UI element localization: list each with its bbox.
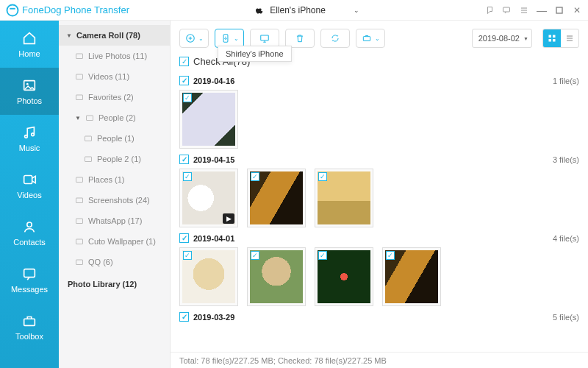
- photo-thumb[interactable]: ✓: [382, 247, 441, 306]
- rail-photos[interactable]: Photos: [0, 68, 59, 115]
- thumb-checkbox[interactable]: ✓: [183, 172, 192, 181]
- feedback-icon[interactable]: [484, 5, 494, 15]
- thumb-checkbox[interactable]: ✓: [251, 251, 259, 260]
- more-tools-button[interactable]: ⌄: [356, 29, 385, 48]
- svg-rect-15: [85, 136, 92, 141]
- tree-item-videos[interactable]: Videos (11): [59, 66, 170, 87]
- toolbox-icon: [21, 313, 37, 329]
- svg-rect-21: [76, 260, 83, 265]
- tree-item-people2[interactable]: People 2 (1): [59, 149, 170, 169]
- logo-icon: [6, 4, 19, 17]
- svg-rect-29: [553, 39, 556, 42]
- group-header[interactable]: ✓2019-04-153 file(s): [179, 155, 579, 164]
- group-date: 2019-04-16: [193, 77, 234, 85]
- thumb-checkbox[interactable]: ✓: [183, 93, 192, 102]
- folder-icon: [84, 155, 93, 163]
- photo-thumb[interactable]: ✓: [179, 90, 238, 149]
- rail-toolbox[interactable]: Toolbox: [0, 303, 59, 350]
- date-filter-value: 2019-08-02: [478, 34, 520, 43]
- group-header[interactable]: ✓2019-04-014 file(s): [179, 233, 579, 243]
- rail-videos[interactable]: Videos: [0, 162, 59, 209]
- rail-contacts[interactable]: Contacts: [0, 209, 59, 256]
- photo-thumb[interactable]: ✓▶: [179, 169, 238, 227]
- photo-thumb[interactable]: ✓: [315, 247, 373, 306]
- tree-item-live[interactable]: Live Photos (11): [59, 46, 170, 66]
- folder-icon: [75, 196, 84, 205]
- folder-icon: [75, 52, 84, 60]
- tree-photo-library[interactable]: Photo Library (12): [59, 272, 170, 296]
- group-checkbox[interactable]: ✓: [179, 312, 189, 322]
- svg-rect-20: [76, 239, 83, 244]
- thumb-checkbox[interactable]: ✓: [251, 172, 259, 181]
- group-checkbox[interactable]: ✓: [179, 155, 189, 164]
- thumb-checkbox[interactable]: ✓: [183, 251, 192, 260]
- rail-home[interactable]: Home: [0, 21, 59, 68]
- videos-icon: [21, 171, 37, 188]
- messages-icon: [21, 266, 37, 282]
- footer-text: Total: 78 file(s)/227.25 MB; Checked: 78…: [179, 356, 387, 365]
- tree-item-label: People 2 (1): [97, 155, 141, 163]
- view-toggle: [542, 29, 579, 48]
- tree-item-label: QQ (6): [88, 258, 113, 266]
- date-filter[interactable]: 2019-08-02: [472, 29, 532, 48]
- rail-label: Home: [18, 49, 40, 58]
- photo-thumb[interactable]: ✓: [179, 247, 238, 306]
- photos-icon: [21, 77, 37, 93]
- svg-rect-10: [24, 319, 35, 325]
- tree-item-cuto[interactable]: Cuto Wallpaper (1): [59, 231, 170, 252]
- thumb-checkbox[interactable]: ✓: [318, 251, 327, 260]
- group-filecount: 1 file(s): [553, 77, 579, 85]
- add-button[interactable]: ⌄: [179, 29, 209, 48]
- photo-thumb[interactable]: ✓: [247, 247, 306, 306]
- rail-music[interactable]: Music: [0, 115, 59, 162]
- svg-rect-24: [261, 35, 269, 40]
- app-title-text: FoneDog Phone Transfer: [22, 4, 129, 15]
- home-icon: [21, 30, 37, 46]
- svg-rect-25: [363, 37, 370, 41]
- group-header[interactable]: ✓2019-04-161 file(s): [179, 76, 579, 85]
- photo-thumb[interactable]: ✓: [247, 169, 306, 227]
- tree-item-label: Live Photos (11): [88, 52, 147, 60]
- chat-icon[interactable]: [501, 5, 512, 15]
- group-checkbox[interactable]: ✓: [179, 233, 189, 243]
- folder-icon: [75, 258, 84, 266]
- maximize-icon[interactable]: [554, 5, 564, 15]
- tree-camera-roll[interactable]: ▼ Camera Roll (78): [59, 25, 170, 46]
- svg-rect-14: [87, 116, 93, 121]
- rail-messages[interactable]: Messages: [0, 256, 59, 303]
- tree-item-people[interactable]: ▼People (2): [59, 107, 170, 128]
- tree-root-label: Camera Roll (78): [76, 31, 140, 40]
- thumb-checkbox[interactable]: ✓: [318, 172, 327, 181]
- svg-point-0: [7, 4, 18, 15]
- tree-item-screenshots[interactable]: Screenshots (24): [59, 190, 170, 210]
- toolbar: ⌄ ⌄ ⌄ 2019-08-02: [171, 21, 588, 56]
- photo-scroll-area[interactable]: ✓2019-04-161 file(s)✓✓2019-04-153 file(s…: [171, 71, 588, 352]
- menu-icon[interactable]: [519, 5, 529, 15]
- list-view-button[interactable]: [561, 29, 578, 47]
- tree-item-qq[interactable]: QQ (6): [59, 252, 170, 272]
- close-icon[interactable]: ✕: [572, 5, 582, 15]
- photo-thumb[interactable]: ✓: [315, 169, 373, 227]
- minimize-icon[interactable]: —: [537, 5, 547, 15]
- tree-item-favorites[interactable]: Favorites (2): [59, 87, 170, 107]
- folder-icon: [75, 93, 84, 102]
- thumb-checkbox[interactable]: ✓: [386, 251, 395, 260]
- rail-label: Photos: [17, 96, 42, 105]
- svg-rect-27: [553, 35, 556, 38]
- tree-item-whatsapp[interactable]: WhatsApp (17): [59, 210, 170, 231]
- tree-item-label: Screenshots (24): [88, 196, 150, 205]
- tree-item-places[interactable]: Places (1): [59, 169, 170, 190]
- device-selector[interactable]: Ellen's iPhone ⌄: [219, 2, 395, 18]
- group-header[interactable]: ✓2019-03-295 file(s): [179, 312, 579, 322]
- group-checkbox[interactable]: ✓: [179, 76, 189, 85]
- app-logo: FoneDog Phone Transfer: [6, 4, 175, 17]
- folder-icon: [75, 237, 84, 246]
- chevron-down-icon: ⌄: [234, 35, 239, 42]
- folder-icon: [75, 175, 84, 184]
- check-all-checkbox[interactable]: ✓: [179, 57, 189, 66]
- window-controls: — ✕: [484, 5, 582, 15]
- tree-item-people1[interactable]: People (1): [59, 128, 170, 149]
- grid-view-button[interactable]: [543, 29, 561, 47]
- caret-down-icon: ▼: [75, 115, 81, 121]
- refresh-button[interactable]: [320, 29, 350, 48]
